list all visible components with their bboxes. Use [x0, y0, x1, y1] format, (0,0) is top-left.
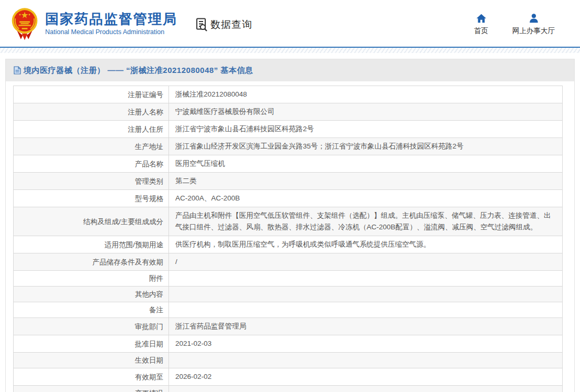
table-row: 其他内容 [14, 287, 563, 302]
row-label: 备注 [14, 302, 169, 318]
row-label: 注册人住所 [14, 121, 169, 138]
row-value: / [169, 253, 563, 271]
table-row: 批准日期2021-02-03 [14, 335, 563, 353]
site-logo[interactable]: 国家药品监督管理局 National Medical Products Admi… [10, 7, 177, 40]
row-label: 产品储存条件及有效期 [14, 253, 169, 271]
row-label: 注册人名称 [14, 103, 169, 121]
row-value: 浙江省宁波市象山县石浦科技园区科苑路2号 [169, 121, 563, 138]
row-label: 产品名称 [14, 155, 169, 173]
table-row: 产品储存条件及有效期/ [14, 253, 563, 271]
table-row: 备注 [14, 302, 563, 318]
hatch-divider [0, 48, 580, 53]
row-label: 其他内容 [14, 287, 169, 302]
row-label: 有效期至 [14, 368, 169, 386]
row-value [169, 271, 563, 287]
row-label: 结构及组成/主要组成成分 [14, 207, 169, 236]
nav-item-service-hall[interactable]: 网上办事大厅 [512, 13, 555, 36]
nav-label-service-hall: 网上办事大厅 [512, 26, 555, 36]
table-row: 附件 [14, 271, 563, 287]
row-value: 医用空气压缩机 [169, 155, 563, 173]
row-value: AC-200A、AC-200B [169, 190, 563, 207]
row-value: 第二类 [169, 173, 563, 190]
row-label: 批准日期 [14, 335, 169, 353]
row-value: 2021-02-03 [169, 335, 563, 353]
brand-title: 国家药品监督管理局 [45, 11, 177, 27]
row-label: 型号规格 [14, 190, 169, 207]
row-value: 产品由主机和附件【医用空气低压软管组件、支架组件（选配）】组成。主机由压缩泵、储… [169, 207, 563, 236]
row-value: 供医疗机构，制取医用压缩空气，为呼吸机或类似呼吸通气系统提供压缩空气源。 [169, 236, 563, 253]
table-row: 结构及组成/主要组成成分产品由主机和附件【医用空气低压软管组件、支架组件（选配）… [14, 207, 563, 236]
panel-title-bar: 境内医疗器械（注册） —— “浙械注准20212080048” 基本信息 [6, 59, 574, 81]
row-label: 生产地址 [14, 138, 169, 155]
data-query-entry[interactable]: 数据查询 [194, 17, 252, 31]
table-row: 注册人住所浙江省宁波市象山县石浦科技园区科苑路2号 [14, 121, 563, 138]
data-query-label: 数据查询 [210, 18, 252, 31]
row-value [169, 302, 563, 318]
row-value: 2026-02-02 [169, 368, 563, 386]
info-table: 注册证编号浙械注准20212080048注册人名称宁波戴维医疗器械股份有限公司注… [13, 86, 563, 392]
row-value: 浙江省药品监督管理局 [169, 318, 563, 335]
table-row: 产品名称医用空气压缩机 [14, 155, 563, 173]
panel-title: 境内医疗器械（注册） —— “浙械注准20212080048” 基本信息 [24, 66, 253, 76]
table-row: 有效期至2026-02-02 [14, 368, 563, 386]
table-row: 变更情况 [14, 386, 563, 392]
header-nav: 首页 网上办事大厅 [474, 13, 555, 36]
row-label: 生效日期 [14, 353, 169, 368]
row-label: 变更情况 [14, 386, 169, 392]
brand-subtitle: National Medical Products Administration [45, 28, 177, 36]
table-wrap: 注册证编号浙械注准20212080048注册人名称宁波戴维医疗器械股份有限公司注… [6, 81, 574, 392]
row-value [169, 353, 563, 368]
document-search-icon [194, 17, 208, 31]
table-row: 型号规格AC-200A、AC-200B [14, 190, 563, 207]
nav-item-home[interactable]: 首页 [474, 13, 488, 36]
row-value: 浙械注准20212080048 [169, 86, 563, 103]
table-row: 管理类别第二类 [14, 173, 563, 190]
table-row: 适用范围/预期用途供医疗机构，制取医用压缩空气，为呼吸机或类似呼吸通气系统提供压… [14, 236, 563, 253]
info-table-body: 注册证编号浙械注准20212080048注册人名称宁波戴维医疗器械股份有限公司注… [14, 86, 563, 392]
row-value [169, 287, 563, 302]
site-header: 国家药品监督管理局 National Medical Products Admi… [0, 0, 580, 48]
home-icon [476, 13, 487, 24]
row-label: 附件 [14, 271, 169, 287]
person-icon [528, 13, 540, 24]
row-value: 宁波戴维医疗器械股份有限公司 [169, 103, 563, 121]
national-emblem-icon [10, 7, 39, 40]
brand-text: 国家药品监督管理局 National Medical Products Admi… [45, 11, 177, 36]
document-page-icon [14, 66, 21, 75]
nav-label-home: 首页 [474, 26, 488, 36]
table-row: 生产地址浙江省象山经济开发区滨海工业园金兴路35号；浙江省宁波市象山县石浦科技园… [14, 138, 563, 155]
row-label: 注册证编号 [14, 86, 169, 103]
table-row: 注册人名称宁波戴维医疗器械股份有限公司 [14, 103, 563, 121]
row-value: 浙江省象山经济开发区滨海工业园金兴路35号；浙江省宁波市象山县石浦科技园区科苑路… [169, 138, 563, 155]
table-row: 生效日期 [14, 353, 563, 368]
row-value [169, 386, 563, 392]
table-row: 注册证编号浙械注准20212080048 [14, 86, 563, 103]
row-label: 管理类别 [14, 173, 169, 190]
content-panel: 境内医疗器械（注册） —— “浙械注准20212080048” 基本信息 注册证… [5, 59, 575, 392]
table-row: 审批部门浙江省药品监督管理局 [14, 318, 563, 335]
row-label: 审批部门 [14, 318, 169, 335]
row-label: 适用范围/预期用途 [14, 236, 169, 253]
